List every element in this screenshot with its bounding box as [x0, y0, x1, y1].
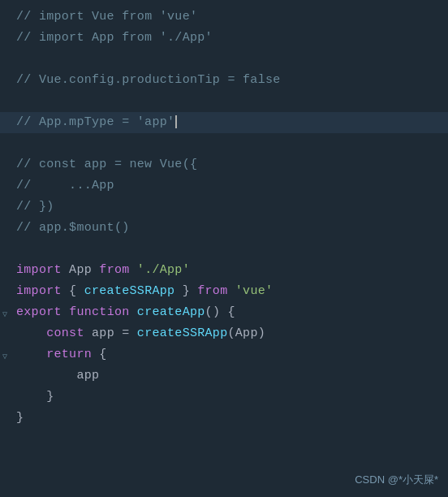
- line-16-text: const app = createSSRApp(App): [16, 324, 265, 344]
- code-line-10: // }): [0, 197, 448, 218]
- code-line-12: [0, 239, 448, 260]
- line-17-text: return {: [16, 345, 107, 365]
- code-line-7: [0, 133, 448, 154]
- code-line-11: // app.$mount(): [0, 218, 448, 239]
- code-line-9: // ...App: [0, 175, 448, 197]
- line-15-text: export function createApp() {: [16, 303, 235, 322]
- code-line-17: ▽ return {: [0, 344, 448, 365]
- fold-icon-17: ▽: [2, 351, 11, 359]
- code-line-5: [0, 91, 448, 112]
- line-18-text: app: [16, 366, 99, 386]
- watermark: CSDN @*小天屎*: [355, 472, 438, 489]
- line-1-text: // import Vue from 'vue': [16, 7, 197, 27]
- line-11-text: // app.$mount(): [16, 218, 130, 238]
- code-line-4: // Vue.config.productionTip = false: [0, 70, 448, 91]
- code-editor: // import Vue from 'vue' // import App f…: [0, 0, 448, 435]
- fold-gutter-15[interactable]: ▽: [0, 309, 13, 317]
- line-19-text: }: [16, 387, 54, 407]
- code-line-2: // import App from './App': [0, 28, 448, 49]
- text-cursor: [175, 115, 177, 128]
- line-9-text: // ...App: [16, 176, 114, 196]
- code-line-15: ▽ export function createApp() {: [0, 302, 448, 323]
- code-line-19: }: [0, 387, 448, 408]
- fold-icon-15: ▽: [2, 309, 11, 317]
- line-10-text: // }): [16, 197, 54, 217]
- code-line-13: import App from './App': [0, 260, 448, 281]
- code-line-8: // const app = new Vue({: [0, 154, 448, 175]
- code-line-20: }: [0, 408, 448, 429]
- code-line-6: // App.mpType = 'app': [0, 112, 448, 133]
- code-line-14: import { createSSRApp } from 'vue': [0, 281, 448, 302]
- line-20-text: }: [16, 408, 24, 428]
- fold-gutter-17[interactable]: ▽: [0, 351, 13, 359]
- code-line-18: app: [0, 365, 448, 387]
- line-2-text: // import App from './App': [16, 28, 213, 48]
- code-line-1: // import Vue from 'vue': [0, 6, 448, 28]
- line-8-text: // const app = new Vue({: [16, 155, 197, 175]
- line-6-text: // App.mpType = 'app': [16, 113, 177, 132]
- code-line-3: [0, 49, 448, 70]
- line-14-text: import { createSSRApp } from 'vue': [16, 282, 273, 301]
- line-13-text: import App from './App': [16, 261, 190, 280]
- line-4-text: // Vue.config.productionTip = false: [16, 71, 281, 90]
- code-line-16: const app = createSSRApp(App): [0, 323, 448, 344]
